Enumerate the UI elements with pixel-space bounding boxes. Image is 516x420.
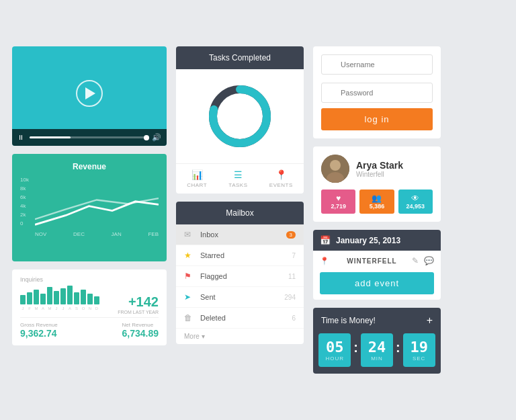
video-player: ⏸ 🔊: [12, 46, 167, 146]
deleted-count: 6: [292, 314, 296, 322]
views-icon: 👁: [398, 194, 433, 203]
followers-stat[interactable]: 👥 5,386: [359, 190, 394, 214]
likes-stat[interactable]: ♥ 2,719: [321, 190, 355, 214]
login-card: 👤 🔒 log in: [313, 46, 441, 138]
bar-label-a: A: [40, 306, 46, 310]
revenue-card: Revenue 10k 8k 6k 4k 2k 0 NOV DEC JA: [12, 154, 167, 261]
bar-label-d: D: [94, 306, 99, 310]
tasks-tab-label: TASKS: [228, 182, 247, 188]
pause-icon[interactable]: ⏸: [17, 134, 24, 141]
tasks-tabs: 📊 CHART ☰ TASKS 📍 EVENTS: [176, 163, 304, 194]
stats-card: Inquiries: [12, 269, 167, 345]
calendar-header: 📅 January 25, 2013: [313, 230, 441, 251]
bar-label-j: J: [20, 306, 26, 310]
timer-hours-block: 05 HOUR: [318, 333, 351, 367]
profile-stats: ♥ 2,719 👥 5,386 👁 24,953: [321, 190, 433, 214]
location-icon: 📍: [320, 257, 329, 265]
views-value: 24,953: [398, 203, 433, 210]
deleted-icon: 🗑: [184, 313, 196, 323]
bar-j3: [60, 288, 66, 304]
mailbox-header: Mailbox: [176, 202, 304, 224]
tasks-card: Tasks Completed 79% 📊 CHART: [176, 46, 304, 194]
login-button[interactable]: log in: [321, 108, 433, 130]
mailbox-more[interactable]: More ▾: [176, 329, 304, 344]
chart-tab-icon: 📊: [191, 169, 203, 180]
bar-o: [81, 290, 86, 304]
mail-sent[interactable]: ➤ Sent 294: [176, 287, 304, 308]
bar-m: [34, 290, 39, 304]
progress-fill: [30, 136, 71, 138]
starred-icon: ★: [184, 251, 196, 260]
timer-colon-1: :: [353, 340, 358, 355]
gross-value: 9,362.74: [20, 328, 58, 339]
flagged-count: 11: [288, 273, 296, 280]
starred-count: 7: [292, 252, 296, 259]
tab-events[interactable]: 📍 EVENTS: [269, 169, 293, 188]
cal-location: WINTERFELL: [347, 257, 396, 265]
x-label-feb: FEB: [148, 231, 159, 237]
inquiries-title: Inquiries: [20, 276, 159, 283]
column-3: 👤 🔒 log in: [313, 46, 441, 374]
progress-dot: [144, 135, 149, 140]
mail-inbox[interactable]: ✉ Inbox 3: [176, 224, 304, 245]
mail-starred[interactable]: ★ Starred 7: [176, 245, 304, 266]
timer-plus-button[interactable]: +: [427, 314, 433, 327]
circle-value: 79: [229, 109, 244, 124]
bar-label-o: O: [81, 306, 86, 310]
bar-label-a2: A: [67, 306, 73, 310]
avatar: [321, 155, 349, 183]
username-input[interactable]: [321, 54, 433, 75]
timer-seconds: 19: [410, 339, 429, 355]
play-button[interactable]: [76, 80, 103, 107]
tasks-header: Tasks Completed: [176, 46, 304, 69]
tab-tasks[interactable]: ☰ TASKS: [228, 169, 247, 188]
password-input[interactable]: [321, 83, 433, 103]
profile-subtitle: Winterfell: [356, 171, 403, 178]
profile-text: Arya Stark Winterfell: [356, 160, 403, 178]
likes-value: 2,719: [321, 203, 355, 210]
events-tab-label: EVENTS: [269, 182, 293, 188]
revenue-chart-svg: [35, 177, 159, 234]
tab-chart[interactable]: 📊 CHART: [187, 169, 207, 188]
y-axis-labels: 10k 8k 6k 4k 2k 0: [20, 177, 29, 226]
inbox-label: Inbox: [200, 230, 286, 239]
volume-icon[interactable]: 🔊: [152, 133, 161, 142]
profile-name: Arya Stark: [356, 160, 403, 171]
bar-a2: [67, 286, 73, 304]
sent-count: 294: [284, 294, 296, 301]
bar-n: [87, 294, 93, 304]
bar-label-j3: J: [60, 306, 66, 310]
mail-deleted[interactable]: 🗑 Deleted 6: [176, 308, 304, 329]
mail-flagged[interactable]: ⚑ Flagged 11: [176, 266, 304, 287]
bar-j: [20, 295, 26, 304]
bar-chart: [20, 286, 99, 304]
bar-j2: [54, 291, 59, 304]
edit-icon[interactable]: ✎: [412, 256, 419, 265]
cal-action-icons: ✎ 💬: [412, 256, 434, 265]
views-stat[interactable]: 👁 24,953: [398, 190, 433, 214]
add-event-button[interactable]: add event: [320, 272, 434, 294]
chat-icon[interactable]: 💬: [424, 256, 434, 265]
net-label: Net Revenue: [122, 322, 159, 328]
percent-symbol: %: [244, 109, 251, 117]
timer-header: Time is Money! +: [321, 314, 433, 327]
y-label-0: 0: [20, 220, 29, 226]
timer-sec-label: SEC: [410, 355, 429, 362]
username-wrapper: 👤: [321, 54, 433, 79]
bar-m2: [47, 287, 52, 304]
chart-area: 10k 8k 6k 4k 2k 0 NOV DEC JAN FEB: [20, 177, 159, 237]
y-label-4k: 4k: [20, 203, 29, 209]
timer-card: Time is Money! + 05 HOUR : 24 MIN : 19 S…: [313, 308, 441, 374]
x-label-jan: JAN: [112, 231, 122, 237]
mailbox-card: Mailbox ✉ Inbox 3 ★ Starred 7 ⚑ Flagged …: [176, 202, 304, 344]
tasks-circle-area: 79%: [176, 69, 304, 163]
password-wrapper: 🔒: [321, 83, 433, 103]
flagged-label: Flagged: [200, 272, 288, 280]
net-revenue-stat: Net Revenue 6,734.89: [122, 322, 159, 339]
net-value: 6,734.89: [122, 328, 159, 339]
y-label-2k: 2k: [20, 212, 29, 218]
y-label-8k: 8k: [20, 185, 29, 192]
followers-value: 5,386: [359, 203, 394, 210]
inbox-badge: 3: [286, 231, 296, 239]
progress-track[interactable]: [30, 136, 146, 138]
